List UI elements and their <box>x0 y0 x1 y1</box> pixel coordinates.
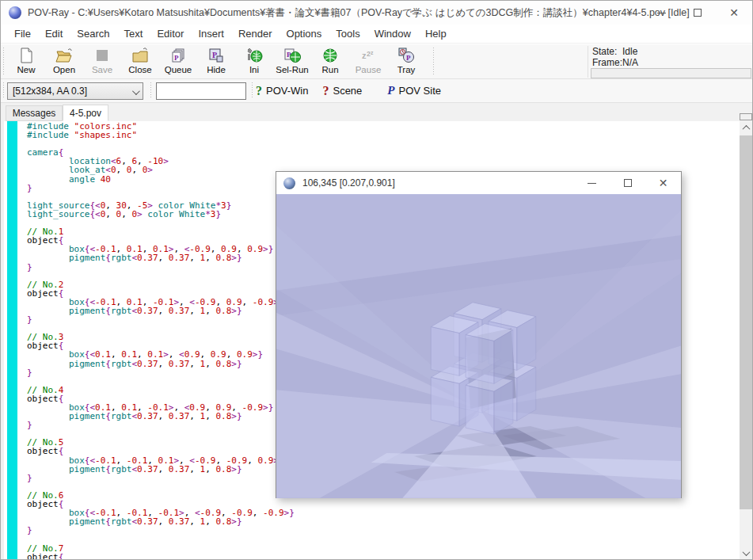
menu-options[interactable]: Options <box>280 25 329 42</box>
toolbar-button-label: Save <box>92 65 112 74</box>
menu-insert[interactable]: Insert <box>191 25 231 42</box>
close-icon: ✕ <box>659 177 668 189</box>
render-output-image <box>276 194 681 498</box>
toolbar-gripper-2[interactable] <box>432 48 435 75</box>
tray-icon: P <box>397 47 416 64</box>
render-maximize-button[interactable] <box>610 172 645 194</box>
tab-4-5-pov[interactable]: 4-5.pov <box>63 105 108 121</box>
run-button[interactable]: Run <box>311 45 349 78</box>
status-block: State:Idle Frame:N/A <box>592 46 638 68</box>
question-mark-red-icon: ? <box>322 84 329 98</box>
scroll-up-button[interactable] <box>740 121 752 134</box>
toolbar-button-label: Open <box>53 65 75 74</box>
help-link-pov-win[interactable]: ? POV-Win <box>256 84 308 98</box>
menu-render[interactable]: Render <box>231 25 280 42</box>
ini-button[interactable]: Ini <box>235 45 273 78</box>
editor-left-frame <box>1 121 4 559</box>
scrollbar-thumb[interactable] <box>740 135 752 509</box>
render-globe-icon <box>283 177 295 189</box>
pov-ray-main-window: POV-Ray - C:¥Users¥Kotaro Matsushita¥Doc… <box>0 0 753 560</box>
close-icon: ✕ <box>729 7 739 18</box>
svg-text:P: P <box>406 54 411 62</box>
hide-button[interactable]: PHide <box>197 45 235 78</box>
pause-icon: z2z <box>359 47 378 64</box>
minimize-icon <box>657 13 666 13</box>
render-progress-bar <box>591 68 751 78</box>
options-toolbar: [512x384, AA 0.3] ? POV-Win ? Scene P PO… <box>1 79 752 103</box>
chevron-down-icon <box>742 548 750 556</box>
render-minimize-button[interactable] <box>574 172 610 194</box>
maximize-icon <box>624 179 632 187</box>
tab-messages[interactable]: Messages <box>6 105 63 121</box>
menu-edit[interactable]: Edit <box>38 25 70 42</box>
code-line <box>27 139 740 148</box>
scroll-down-button[interactable] <box>740 547 752 559</box>
options-gripper-3[interactable] <box>251 82 253 99</box>
minimize-button[interactable] <box>643 1 679 25</box>
code-line: // No.7 <box>27 544 740 553</box>
menu-editor[interactable]: Editor <box>150 25 191 42</box>
toolbar-button-label: Hide <box>207 65 226 74</box>
tab-label: Messages <box>13 108 56 119</box>
render-preset-value: [512x384, AA 0.3] <box>13 86 87 97</box>
code-line: #include "shapes.inc" <box>27 131 740 139</box>
menu-search[interactable]: Search <box>70 25 116 42</box>
svg-text:z: z <box>371 50 374 55</box>
code-line: object{ <box>27 553 740 559</box>
state-label: State: <box>592 46 622 57</box>
help-link-label: POV Site <box>399 85 441 97</box>
queue-button[interactable]: PQueue <box>159 45 197 78</box>
render-window: 106,345 [0.207,0.901] ✕ <box>276 171 682 498</box>
ini-icon <box>245 47 264 64</box>
editor-tab-bar: Messages 4-5.pov <box>1 103 752 121</box>
close-button[interactable]: ✕ <box>716 1 752 25</box>
help-link-label: POV-Win <box>266 85 308 97</box>
menu-help[interactable]: Help <box>418 25 454 42</box>
open-button[interactable]: Open <box>45 45 83 78</box>
frame-label: Frame: <box>592 57 622 68</box>
sel-run-button[interactable]: PSel-Run <box>273 45 311 78</box>
toolbar-button-label: Tray <box>397 65 416 74</box>
save-button: Save <box>83 45 121 78</box>
chevron-up-icon <box>742 124 750 132</box>
close-button[interactable]: Close <box>121 45 159 78</box>
minimize-icon <box>588 183 596 184</box>
pause-button: z2zPause <box>349 45 387 78</box>
question-mark-green-icon: ? <box>256 84 262 98</box>
help-link-label: Scene <box>333 85 362 97</box>
changed-lines-bar <box>7 121 17 559</box>
queue-icon: P <box>169 47 188 64</box>
options-gripper[interactable] <box>2 82 5 99</box>
code-line: pigment{rgbt<0.37, 0.37, 1, 0.8>} <box>27 517 740 526</box>
command-line-input[interactable] <box>156 82 246 100</box>
svg-text:P: P <box>174 54 179 62</box>
code-line: } <box>27 526 740 535</box>
maximize-icon <box>694 9 702 17</box>
close-file-icon <box>131 47 150 64</box>
tray-button[interactable]: PTray <box>387 45 425 78</box>
save-icon <box>93 47 112 64</box>
menu-text[interactable]: Text <box>117 25 150 42</box>
toolbar-gripper[interactable] <box>2 48 5 75</box>
pov-flag-icon: P <box>387 84 394 97</box>
new-button[interactable]: New <box>7 45 45 78</box>
svg-text:P: P <box>212 51 217 59</box>
menu-window[interactable]: Window <box>367 25 418 42</box>
render-window-title: 106,345 [0.207,0.901] <box>302 177 395 189</box>
render-window-title-bar[interactable]: 106,345 [0.207,0.901] ✕ <box>276 172 681 194</box>
options-gripper-2[interactable] <box>150 82 152 99</box>
menu-tools[interactable]: Tools <box>329 25 367 42</box>
vertical-scrollbar[interactable] <box>740 121 752 559</box>
editor-splitter-handle[interactable] <box>740 113 752 120</box>
render-preset-dropdown[interactable]: [512x384, AA 0.3] <box>7 82 143 100</box>
open-folder-icon <box>55 47 74 64</box>
chevron-down-icon <box>132 87 140 95</box>
render-close-button[interactable]: ✕ <box>645 172 681 194</box>
help-link-pov-site[interactable]: P POV Site <box>387 84 441 97</box>
maximize-button[interactable] <box>679 1 716 25</box>
toolbar-button-label: Close <box>128 65 151 74</box>
translucent-cubes <box>431 303 535 434</box>
menu-file[interactable]: File <box>7 25 38 42</box>
pov-ray-app-icon <box>9 6 21 19</box>
help-link-scene[interactable]: ? Scene <box>322 84 362 98</box>
